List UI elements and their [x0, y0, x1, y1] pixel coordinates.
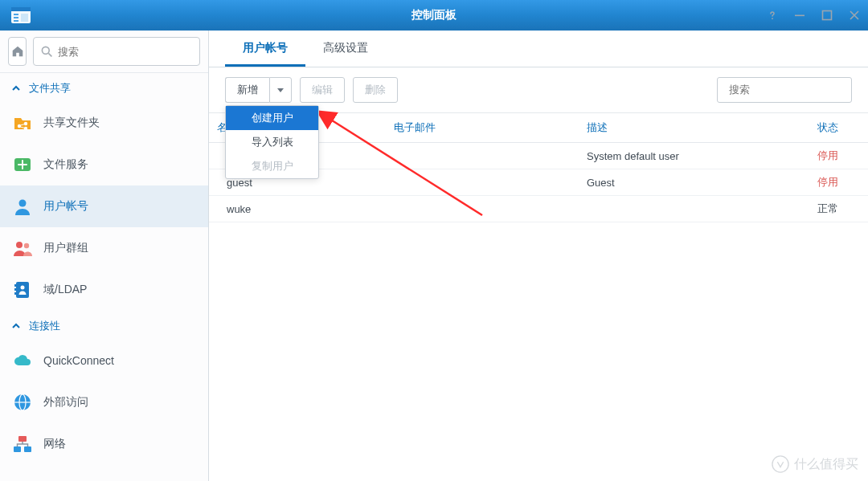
svg-rect-30 — [24, 446, 31, 452]
svg-rect-7 — [795, 15, 805, 17]
dropdown-item-create-user[interactable]: 创建用户 — [226, 106, 318, 130]
svg-point-19 — [24, 243, 29, 248]
tab-user-account[interactable]: 用户帐号 — [225, 31, 305, 67]
sidebar: 文件共享 共享文件夹 文件服务 用户帐号 用户群组 域/LDAP — [0, 31, 209, 481]
sidebar-item-label: 文件服务 — [43, 157, 88, 172]
svg-rect-2 — [14, 14, 18, 15]
search-icon — [40, 45, 53, 58]
window-title: 控制面板 — [0, 8, 868, 22]
svg-point-17 — [19, 200, 27, 207]
cell-status: 正常 — [788, 202, 868, 216]
svg-rect-5 — [21, 14, 28, 22]
caret-down-icon — [276, 86, 285, 94]
folder-share-icon — [11, 112, 34, 134]
svg-rect-23 — [14, 292, 17, 295]
window-titlebar: 控制面板 — [0, 0, 868, 31]
cell-desc: System default user — [579, 150, 788, 162]
file-services-icon — [11, 153, 34, 176]
sidebar-item-file-services[interactable]: 文件服务 — [0, 144, 208, 185]
users-icon — [11, 237, 34, 259]
cell-desc: Guest — [579, 177, 788, 189]
sidebar-item-quickconnect[interactable]: QuickConnect — [0, 340, 208, 381]
svg-point-13 — [24, 127, 27, 130]
svg-point-6 — [772, 18, 773, 19]
close-button[interactable] — [845, 6, 863, 24]
globe-icon — [11, 391, 34, 414]
dropdown-item-import-list[interactable]: 导入列表 — [226, 130, 318, 154]
user-icon — [11, 195, 34, 218]
svg-point-24 — [21, 286, 25, 290]
svg-rect-3 — [14, 17, 18, 18]
section-connectivity[interactable]: 连接性 — [0, 311, 208, 340]
sidebar-item-label: 用户群组 — [43, 241, 88, 255]
cell-status: 停用 — [788, 175, 868, 190]
network-icon — [11, 433, 34, 455]
table-row[interactable]: wuke正常 — [209, 196, 868, 222]
add-button[interactable]: 新增 — [225, 77, 269, 103]
sidebar-item-external-access[interactable]: 外部访问 — [0, 381, 208, 423]
add-dropdown-toggle[interactable] — [269, 77, 292, 103]
toolbar: 新增 编辑 删除 创建用户 导入列表 复制用户 — [209, 67, 868, 112]
sidebar-item-user-group[interactable]: 用户群组 — [0, 227, 208, 269]
sidebar-search[interactable] — [33, 37, 200, 66]
sidebar-item-network[interactable]: 网络 — [0, 423, 208, 465]
help-button[interactable] — [764, 6, 781, 24]
control-panel-icon — [8, 4, 34, 26]
svg-rect-22 — [14, 288, 17, 291]
minimize-button[interactable] — [791, 6, 809, 24]
main-panel: 用户帐号 高级设置 新增 编辑 删除 创建用户 导入列表 复制用户 — [209, 31, 868, 481]
svg-point-12 — [24, 122, 27, 125]
sidebar-item-domain-ldap[interactable]: 域/LDAP — [0, 269, 208, 311]
tab-advanced[interactable]: 高级设置 — [305, 31, 386, 67]
add-split-button: 新增 — [225, 77, 292, 103]
svg-rect-8 — [823, 11, 832, 20]
edit-button[interactable]: 编辑 — [300, 77, 345, 103]
table-header-status[interactable]: 状态 — [788, 120, 868, 135]
sidebar-item-label: 用户帐号 — [43, 199, 88, 214]
svg-point-18 — [16, 242, 23, 248]
table-header-email[interactable]: 电子邮件 — [386, 120, 579, 135]
dropdown-item-copy-user: 复制用户 — [226, 154, 318, 178]
address-book-icon — [11, 279, 34, 301]
sidebar-item-user-account[interactable]: 用户帐号 — [0, 185, 208, 227]
delete-button[interactable]: 删除 — [353, 77, 398, 103]
table-search-input[interactable] — [729, 84, 864, 96]
sidebar-item-label: QuickConnect — [43, 354, 114, 367]
cloud-icon — [11, 349, 34, 372]
svg-rect-21 — [14, 284, 17, 287]
home-button[interactable] — [8, 37, 27, 66]
chevron-up-icon — [11, 321, 21, 331]
table-search[interactable] — [717, 77, 852, 103]
svg-rect-4 — [14, 20, 18, 22]
cell-name: wuke — [209, 203, 386, 215]
svg-line-10 — [48, 53, 51, 56]
svg-point-9 — [42, 47, 49, 54]
sidebar-item-label: 网络 — [43, 437, 66, 451]
chevron-up-icon — [11, 84, 21, 93]
table-header-desc[interactable]: 描述 — [579, 120, 788, 135]
sidebar-item-label: 共享文件夹 — [43, 116, 100, 130]
sidebar-item-label: 外部访问 — [43, 395, 88, 410]
sidebar-search-input[interactable] — [58, 46, 193, 58]
sidebar-item-shared-folder[interactable]: 共享文件夹 — [0, 102, 208, 144]
maximize-button[interactable] — [818, 6, 836, 24]
section-label: 连接性 — [29, 319, 60, 333]
sidebar-item-label: 域/LDAP — [43, 283, 87, 297]
svg-rect-1 — [11, 7, 31, 11]
section-file-sharing[interactable]: 文件共享 — [0, 73, 208, 102]
svg-rect-28 — [18, 436, 27, 442]
cell-status: 停用 — [788, 149, 868, 163]
tabs: 用户帐号 高级设置 — [209, 31, 868, 67]
svg-marker-31 — [277, 88, 284, 92]
svg-point-11 — [18, 124, 21, 128]
add-dropdown-menu: 创建用户 导入列表 复制用户 — [225, 105, 319, 179]
svg-rect-29 — [14, 446, 21, 452]
svg-rect-20 — [16, 282, 29, 298]
section-label: 文件共享 — [29, 81, 71, 96]
